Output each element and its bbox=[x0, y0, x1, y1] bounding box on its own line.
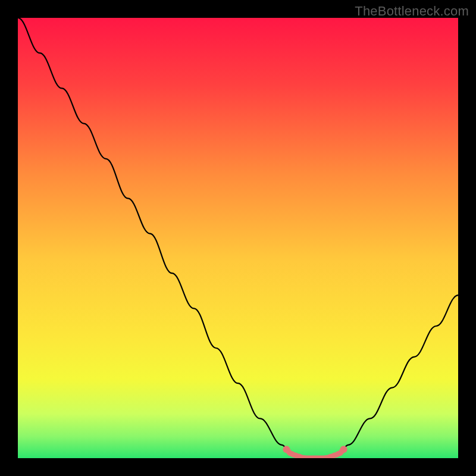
background-gradient bbox=[18, 18, 458, 458]
watermark-label: TheBottleneck.com bbox=[355, 4, 469, 19]
svg-rect-0 bbox=[18, 18, 458, 458]
chart-frame: TheBottleneck.com bbox=[0, 0, 476, 476]
plot-area bbox=[18, 18, 458, 458]
